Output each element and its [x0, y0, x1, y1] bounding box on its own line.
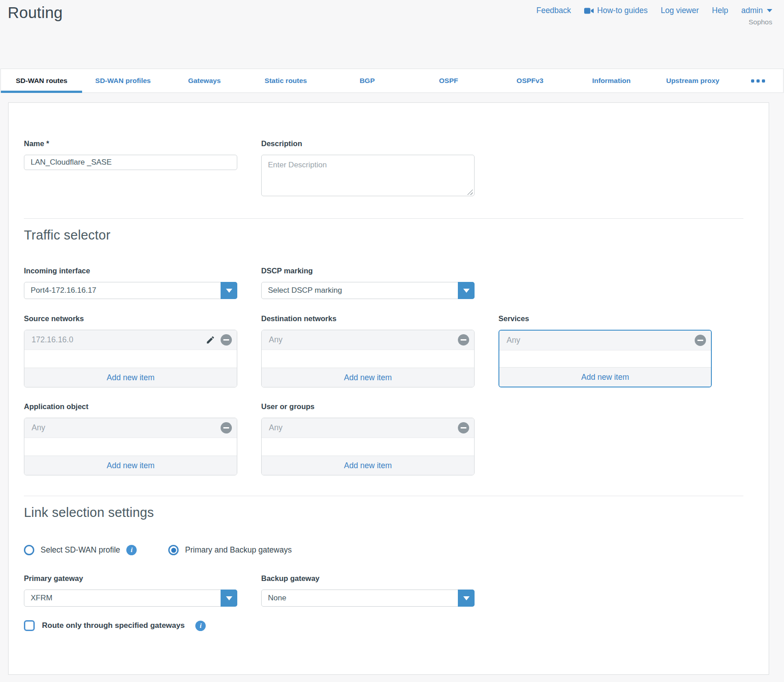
more-tabs-button[interactable] [733, 69, 783, 92]
ellipsis-icon [762, 79, 765, 83]
services-group: Services Any Add new item [498, 314, 712, 387]
application-object-group: Application object Any Add new item [24, 402, 237, 475]
list-item: Any [262, 330, 474, 350]
user-or-groups-box: Any Add new item [261, 418, 475, 475]
description-label: Description [261, 139, 475, 148]
add-new-item-button[interactable]: Add new item [24, 368, 237, 387]
route-only-checkbox[interactable] [24, 620, 35, 631]
radio-select-sdwan-profile[interactable] [24, 545, 34, 555]
primary-gateway-select[interactable]: XFRM [24, 590, 237, 607]
list-item: Any [499, 331, 711, 350]
divider [24, 218, 743, 219]
list-item: 172.16.16.0 [24, 330, 237, 350]
dscp-marking-select[interactable]: Select DSCP marking [261, 282, 475, 299]
info-icon[interactable]: i [195, 621, 206, 631]
dropdown-button[interactable] [221, 282, 237, 299]
log-viewer-link[interactable]: Log viewer [661, 6, 699, 15]
application-object-box: Any Add new item [24, 418, 237, 475]
tab-bar: SD-WAN routes SD-WAN profiles Gateways S… [0, 69, 784, 93]
tab-information[interactable]: Information [571, 69, 652, 92]
dropdown-button[interactable] [221, 590, 237, 607]
tab-static-routes[interactable]: Static routes [245, 69, 326, 92]
source-networks-box: 172.16.16.0 Add new item [24, 330, 237, 387]
name-field-group: Name * [24, 139, 237, 170]
page-title: Routing [8, 4, 63, 22]
tab-upstream-proxy[interactable]: Upstream proxy [652, 69, 733, 92]
chevron-down-icon [463, 596, 470, 600]
primary-gateway-label: Primary gateway [24, 574, 237, 583]
admin-menu[interactable]: admin [741, 6, 772, 15]
info-icon[interactable]: i [126, 545, 137, 555]
remove-icon[interactable] [695, 335, 706, 346]
add-new-item-button[interactable]: Add new item [262, 456, 474, 475]
remove-icon[interactable] [458, 422, 469, 433]
add-new-item-button[interactable]: Add new item [24, 456, 237, 475]
route-only-label: Route only through specified gateways [42, 621, 184, 630]
add-new-item-button[interactable]: Add new item [262, 368, 474, 387]
chevron-down-icon [767, 9, 772, 12]
required-mark: * [46, 139, 49, 147]
incoming-interface-group: Incoming interface Port4-172.16.16.17 [24, 267, 237, 299]
destination-networks-box: Any Add new item [261, 330, 475, 387]
edit-icon[interactable] [206, 335, 215, 345]
dropdown-button[interactable] [458, 590, 475, 607]
remove-icon[interactable] [221, 334, 232, 346]
list-item: Any [262, 418, 474, 438]
dscp-marking-group: DSCP marking Select DSCP marking [261, 267, 475, 299]
radio-label: Primary and Backup gateways [185, 545, 291, 555]
ellipsis-icon [751, 79, 754, 83]
name-input[interactable] [24, 155, 237, 170]
howto-guides-link[interactable]: How-to guides [584, 6, 648, 15]
tab-gateways[interactable]: Gateways [164, 69, 245, 92]
description-field-group: Description [261, 139, 475, 198]
services-box: Any Add new item [498, 330, 712, 387]
dscp-marking-label: DSCP marking [261, 267, 475, 275]
backup-gateway-select[interactable]: None [261, 590, 475, 607]
add-new-item-button[interactable]: Add new item [499, 367, 711, 387]
org-name: Sophos [536, 18, 772, 26]
services-label: Services [498, 314, 712, 323]
backup-gateway-label: Backup gateway [261, 574, 475, 583]
description-input[interactable] [261, 155, 475, 196]
list-item: Any [24, 418, 237, 438]
header-right: Feedback How-to guides Log viewer Help a… [536, 6, 772, 26]
remove-icon[interactable] [221, 422, 232, 433]
tab-bgp[interactable]: BGP [327, 69, 408, 92]
feedback-link[interactable]: Feedback [536, 6, 571, 15]
backup-gateway-group: Backup gateway None [261, 574, 475, 607]
tab-ospfv3[interactable]: OSPFv3 [489, 69, 571, 92]
name-label: Name * [24, 139, 237, 148]
radio-label: Select SD-WAN profile [41, 545, 120, 555]
link-selection-radio-group: Select SD-WAN profile i Primary and Back… [24, 545, 753, 555]
chevron-down-icon [226, 289, 232, 293]
destination-networks-group: Destination networks Any Add new item [261, 314, 475, 387]
dropdown-button[interactable] [458, 282, 475, 299]
chevron-down-icon [226, 596, 232, 600]
source-networks-group: Source networks 172.16.16.0 Add new item [24, 314, 237, 387]
destination-networks-label: Destination networks [261, 314, 475, 323]
primary-gateway-group: Primary gateway XFRM [24, 574, 237, 607]
user-or-groups-group: User or groups Any Add new item [261, 402, 475, 475]
route-only-row: Route only through specified gateways i [24, 620, 753, 631]
tab-sdwan-profiles[interactable]: SD-WAN profiles [82, 69, 163, 92]
traffic-selector-heading: Traffic selector [24, 226, 753, 244]
ellipsis-icon [756, 79, 760, 83]
sdwan-route-form: Name * Description Traffic selector Inco… [8, 102, 769, 675]
help-link[interactable]: Help [712, 6, 728, 15]
video-camera-icon [584, 7, 594, 14]
tab-sdwan-routes[interactable]: SD-WAN routes [1, 69, 82, 92]
chevron-down-icon [463, 289, 470, 293]
header-links: Feedback How-to guides Log viewer Help a… [536, 6, 772, 15]
link-selection-heading: Link selection settings [24, 503, 753, 521]
header: Routing Feedback How-to guides Log viewe… [0, 0, 784, 69]
remove-icon[interactable] [458, 334, 469, 346]
radio-primary-backup-gateways[interactable] [168, 545, 179, 555]
incoming-interface-label: Incoming interface [24, 267, 237, 275]
user-or-groups-label: User or groups [261, 402, 475, 411]
source-networks-label: Source networks [24, 314, 237, 323]
application-object-label: Application object [24, 402, 237, 411]
incoming-interface-select[interactable]: Port4-172.16.16.17 [24, 282, 237, 299]
divider [24, 496, 743, 496]
tab-ospf[interactable]: OSPF [408, 69, 489, 92]
